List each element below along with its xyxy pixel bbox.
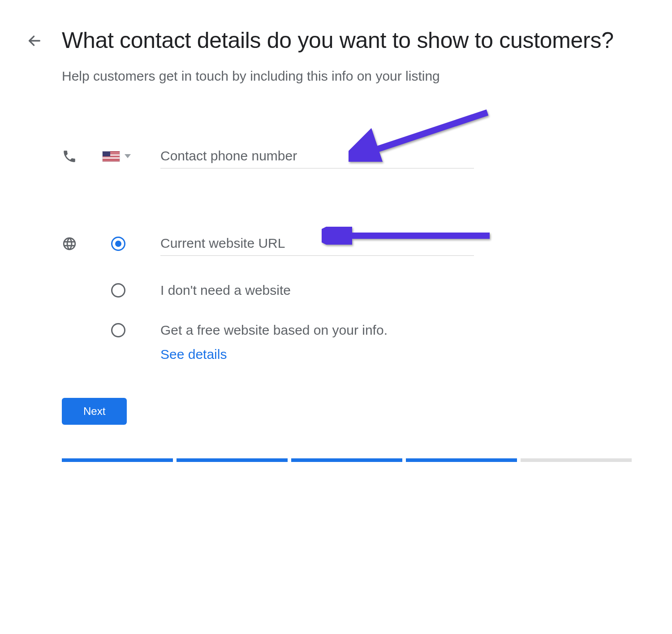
progress-segment <box>406 458 517 462</box>
country-code-selector[interactable] <box>102 151 160 162</box>
website-option-none: I don't need a website <box>62 283 632 298</box>
phone-row <box>62 144 632 168</box>
progress-segment <box>62 458 173 462</box>
back-arrow-icon[interactable] <box>27 33 42 48</box>
radio-free-website[interactable] <box>111 323 125 337</box>
progress-segment <box>521 458 632 462</box>
phone-input[interactable] <box>160 144 474 168</box>
website-option-url <box>62 231 632 256</box>
radio-website-url[interactable] <box>111 237 125 251</box>
no-website-label: I don't need a website <box>160 283 291 298</box>
progress-segment <box>177 458 288 462</box>
us-flag-icon <box>102 151 120 162</box>
next-button[interactable]: Next <box>62 398 127 425</box>
phone-icon <box>62 149 102 164</box>
page-title: What contact details do you want to show… <box>62 27 632 54</box>
chevron-down-icon <box>125 154 131 158</box>
globe-icon <box>62 236 102 251</box>
see-details-link[interactable]: See details <box>160 347 227 362</box>
page-subtitle: Help customers get in touch by including… <box>62 67 632 86</box>
website-url-input[interactable] <box>160 231 474 256</box>
progress-segment <box>291 458 402 462</box>
website-option-free: Get a free website based on your info. <box>62 323 632 338</box>
free-website-label: Get a free website based on your info. <box>160 323 388 337</box>
radio-no-website[interactable] <box>111 283 125 298</box>
progress-bar <box>62 458 632 462</box>
